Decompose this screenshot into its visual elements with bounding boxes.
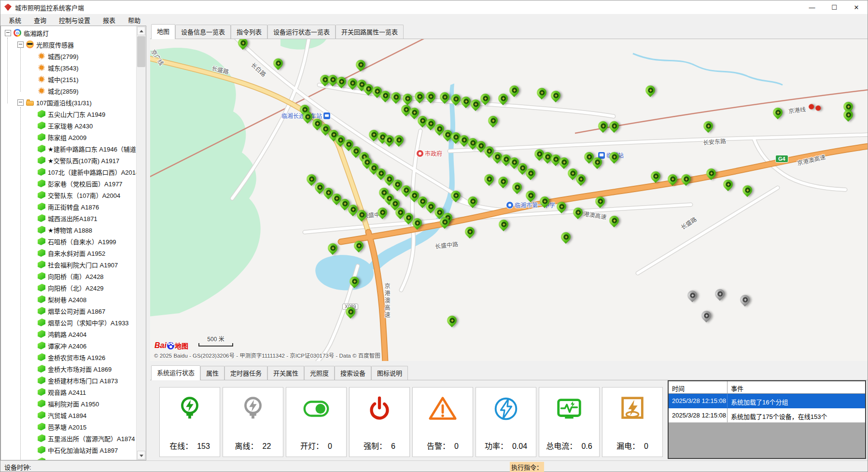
map-tab-4[interactable]: 开关回路属性一览表 — [336, 25, 404, 39]
tree-item-3[interactable]: 城东(3543) — [1, 62, 136, 73]
maximize-button[interactable]: ☐ — [823, 0, 845, 14]
tree-item-15[interactable]: 南正街转盘 A1876 — [1, 201, 136, 212]
tree-expand-box[interactable] — [17, 42, 24, 48]
lights-on-label: 开灯： — [300, 442, 323, 450]
bottom-tab-1[interactable]: 属性 — [200, 366, 224, 380]
bottom-tab-6[interactable]: 图标说明 — [371, 366, 408, 380]
tree-item-2[interactable]: 城西(2799) — [1, 50, 136, 62]
tree-item-12[interactable]: 107北（建新中路路口西）A2014 — [1, 166, 136, 178]
tree-expand-box[interactable] — [5, 30, 11, 36]
tree-item-label: 临湘路灯 — [24, 28, 49, 38]
device-icon — [38, 434, 45, 442]
close-button[interactable]: ✕ — [845, 0, 868, 14]
tree-item-25[interactable]: 烟草公司（求知中学）A1933 — [1, 317, 136, 328]
tree-item-label: 王家珑巷 A2430 — [48, 121, 93, 130]
tree-item-24[interactable]: 烟草公司对面 A1867 — [1, 305, 136, 317]
device-icon — [38, 110, 45, 118]
bottom-tab-0[interactable]: 系统运行状态 — [151, 365, 200, 380]
window-title: 城市照明监控系统客户端 — [15, 3, 84, 12]
tree-item-7[interactable]: 五尖山大门东 A1949 — [1, 108, 136, 120]
menu-item-1[interactable]: 查询 — [28, 14, 53, 26]
menu-item-0[interactable]: 系统 — [2, 14, 28, 26]
scrollbar-thumb[interactable] — [137, 36, 145, 67]
tree-item-5[interactable]: 城北(2859) — [1, 85, 136, 97]
menu-bar: 系统查询控制与设置报表帮助 — [0, 14, 868, 26]
tree-item-label: 107国道沿线(31/31) — [36, 98, 92, 107]
tree-item-13[interactable]: 彭家巷（党校后面）A1977 — [1, 178, 136, 189]
scale-label: 500 米 — [207, 336, 224, 343]
map-tab-1[interactable]: 设备信息一览表 — [175, 25, 231, 39]
forced-label: 强制： — [364, 442, 387, 450]
tree-item-16[interactable]: 城西派出所A1871 — [1, 212, 136, 224]
map-tab-0[interactable]: 地图 — [151, 24, 175, 39]
bottom-tab-strip: 系统运行状态属性定时器任务开关属性光照度搜索设备图标说明 — [150, 367, 868, 380]
event-log-row-0[interactable]: 2025/3/28 12:15:08系统加载了16个分组 — [669, 394, 865, 408]
minimize-button[interactable]: — — [801, 0, 823, 14]
tree-item-21[interactable]: 向阳桥（南）A2428 — [1, 270, 136, 282]
tree-item-20[interactable]: 社会福利院大门口 A1907 — [1, 259, 136, 270]
tree-item-34[interactable]: 芭茅塘 A2015 — [1, 421, 136, 432]
system-status-panel: 在线：153 离线：22 开灯：0 强制：6 — [150, 380, 868, 462]
tree-item-29[interactable]: 金桥大市场对面 A1869 — [1, 363, 136, 375]
scroll-up-button[interactable] — [137, 27, 145, 35]
tree-scrollbar[interactable] — [136, 26, 146, 460]
tree-connector-line — [20, 107, 21, 460]
map-canvas[interactable]: 京广线长盛路长白路京港线长安东路京港澳高速长盛路长盛中路长盛中路港澳高速京港澳高… — [150, 39, 868, 361]
tree-item-35[interactable]: 五里派出所（富源汽配）A1874 — [1, 432, 136, 444]
tree-item-17[interactable]: ★博物馆 A1888 — [1, 224, 136, 236]
tree-item-22[interactable]: 向阳桥（北）A2429 — [1, 282, 136, 293]
offline-card: 离线：22 — [223, 387, 283, 457]
tree-item-36[interactable]: 中石化加油站对面 A1897 — [1, 444, 136, 456]
tree-item-0[interactable]: 临湘路灯 — [1, 27, 136, 39]
status-bar: 设备时钟: 执行指令： — [0, 460, 868, 472]
tree-item-6[interactable]: 107国道沿线(31/31) — [1, 97, 136, 108]
tree-expand-box[interactable] — [17, 99, 24, 106]
tree-item-label: 芭茅塘 A2015 — [48, 422, 86, 431]
tree-item-label: 中石化加油站对面 A1897 — [48, 445, 118, 455]
tree-item-label: 107北（建新中路路口西）A2014 — [48, 167, 136, 177]
tree-item-37[interactable] — [1, 456, 136, 460]
tree-item-10[interactable]: ★建新中路路口东 A1946（辅道灯） — [1, 143, 136, 154]
tree-item-1[interactable]: 光照度传感器 — [1, 39, 136, 50]
tree-item-8[interactable]: 王家珑巷 A2430 — [1, 120, 136, 131]
tree-item-33[interactable]: 汽贸城 A1894 — [1, 409, 136, 421]
bottom-tab-5[interactable]: 搜索设备 — [335, 366, 371, 380]
event-log-row-1[interactable]: 2025/3/28 12:15:08系统加载了175个设备，在线153个 — [669, 408, 865, 423]
bottom-tab-4[interactable]: 光照度 — [304, 366, 335, 380]
online-label: 在线： — [169, 442, 193, 450]
bottom-tab-2[interactable]: 定时器任务 — [224, 366, 267, 380]
menu-item-3[interactable]: 报表 — [97, 14, 122, 26]
tree-item-28[interactable]: 金桥农贸市场 A1926 — [1, 351, 136, 363]
event-text-cell: 系统加载了16个分组 — [728, 394, 865, 408]
offline-value: 22 — [263, 442, 271, 450]
tree-item-label: 自来水斜对面 A1952 — [48, 249, 105, 258]
sun-icon — [38, 75, 45, 83]
tree-item-26[interactable]: 鸿鹤路 A2404 — [1, 328, 136, 340]
tree-item-30[interactable]: 金桥建材市场门口 A1873 — [1, 375, 136, 386]
scroll-down-button[interactable] — [137, 451, 145, 459]
tree-item-label: 金桥建材市场门口 A1873 — [48, 376, 118, 385]
tree-item-11[interactable]: ★交警队西(107南) A1917 — [1, 154, 136, 166]
tree-item-label: 谭家冲 A2406 — [48, 341, 86, 350]
bottom-tab-3[interactable]: 开关属性 — [267, 366, 304, 380]
tree-item-31[interactable]: 观音路 A2411 — [1, 386, 136, 398]
tree-item-23[interactable]: 梨树巷 A2408 — [1, 293, 136, 305]
panel-splitter[interactable] — [146, 26, 150, 460]
event-log-col-time[interactable]: 时间 — [669, 381, 728, 393]
map-tab-2[interactable]: 指令列表 — [231, 25, 267, 39]
toggle-on-icon — [301, 394, 331, 424]
tree-item-19[interactable]: 自来水斜对面 A1952 — [1, 247, 136, 259]
device-icon — [38, 446, 45, 454]
event-log-col-event[interactable]: 事件 — [728, 381, 747, 393]
tree-item-14[interactable]: 交警队东（107南）A2004 — [1, 189, 136, 201]
tree-item-18[interactable]: 石咀桥（自来水）A1999 — [1, 236, 136, 247]
device-icon — [38, 307, 45, 315]
menu-item-4[interactable]: 帮助 — [122, 14, 147, 26]
tree-item-32[interactable]: 福利院对面 A1950 — [1, 398, 136, 409]
leakage-label: 漏电： — [616, 442, 640, 450]
tree-item-4[interactable]: 城中(2151) — [1, 73, 136, 85]
tree-item-27[interactable]: 谭家冲 A2406 — [1, 340, 136, 351]
map-tab-3[interactable]: 设备运行状态一览表 — [267, 25, 336, 39]
tree-item-9[interactable]: 陈家组 A2009 — [1, 131, 136, 143]
menu-item-2[interactable]: 控制与设置 — [53, 14, 97, 26]
